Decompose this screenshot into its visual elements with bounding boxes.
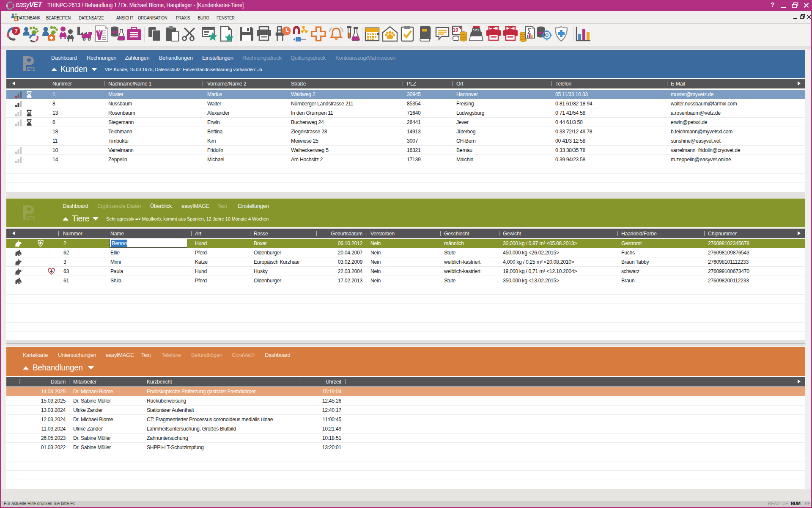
svg-text:ETS: ETS (27, 66, 35, 72)
svg-text:10: 10 (453, 27, 458, 33)
svg-text:ETS: ETS (27, 215, 35, 221)
svg-text:7: 7 (14, 28, 17, 34)
